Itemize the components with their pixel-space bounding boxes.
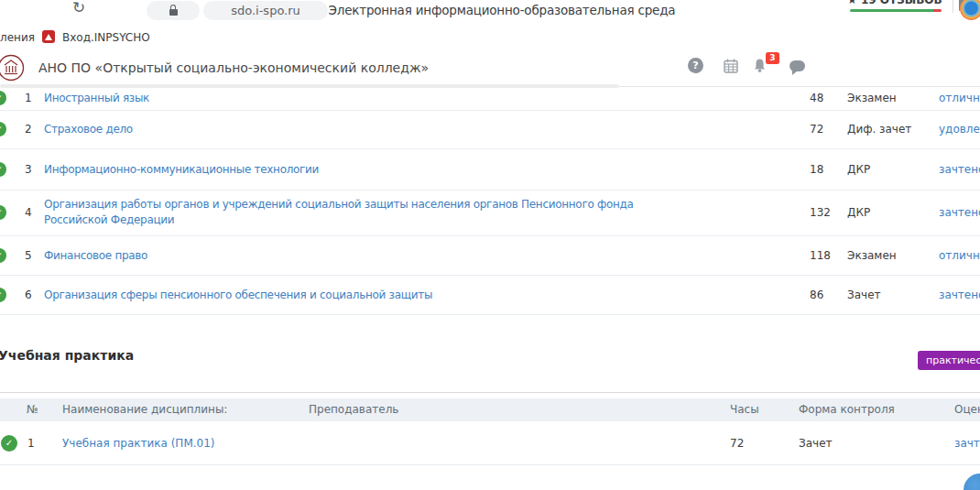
practice-table-header: № Наименование дисциплины: Преподаватель… xyxy=(0,398,980,421)
practice-table-border xyxy=(0,392,980,393)
status-check-icon xyxy=(0,248,6,263)
control-form: ДКР xyxy=(847,163,870,176)
row-number: 5 xyxy=(25,249,32,262)
toolbar-divider xyxy=(953,0,953,13)
status-check-icon xyxy=(0,122,6,136)
bookmark-item-truncated[interactable]: ления xyxy=(0,31,35,44)
course-link[interactable]: Финансовое право xyxy=(44,247,147,263)
profile-avatar[interactable] xyxy=(960,0,980,20)
triangle-logo-icon xyxy=(45,34,52,40)
grade-link[interactable]: удовлетв xyxy=(939,123,980,136)
browser-toolbar: ↻ sdo.i-spo.ru Электронная информационно… xyxy=(0,0,980,26)
college-name: АНО ПО «Открытый социально-экономический… xyxy=(38,60,429,75)
hours-value: 72 xyxy=(810,123,823,136)
hours-value: 118 xyxy=(810,249,831,262)
table-row: 1 Учебная практика (ПМ.01) 72 Зачет зачт… xyxy=(0,421,980,465)
row-number: 4 xyxy=(25,206,32,219)
row-number: 3 xyxy=(25,163,32,176)
status-check-icon xyxy=(0,288,6,302)
practice-link[interactable]: Учебная практика (ПМ.01) xyxy=(62,437,215,450)
chat-widget-button[interactable] xyxy=(964,474,980,490)
college-logo xyxy=(0,54,25,82)
grade-link[interactable]: отлично xyxy=(939,92,980,104)
refresh-icon[interactable]: ↻ xyxy=(72,0,85,16)
table-row: 4 Организация работы органов и учреждени… xyxy=(0,190,980,236)
table-row: 3 Информационно-коммуникационные техноло… xyxy=(0,148,980,191)
course-link[interactable]: Страховое дело xyxy=(44,122,133,137)
status-check-icon xyxy=(1,435,17,452)
row-number: 2 xyxy=(25,123,32,136)
grade-link[interactable]: зачтено xyxy=(939,289,980,301)
bookmark-favicon[interactable] xyxy=(42,30,55,43)
control-form: Диф. зачет xyxy=(847,123,911,136)
hours-value: 18 xyxy=(810,163,823,176)
hours-value: 48 xyxy=(810,92,823,104)
page-title: Электронная информационно-образовательна… xyxy=(218,3,786,17)
table-row: 6 Организация сферы пенсионного обеспече… xyxy=(0,275,980,315)
bookmark-item-inpsycho[interactable]: Вход.INPSYCHO xyxy=(62,31,150,44)
table-row: 2 Страховое дело 72 Диф. зачет удовлетв xyxy=(0,110,980,149)
lock-icon xyxy=(169,9,178,16)
reviews-rating-bar xyxy=(850,9,942,12)
row-number: 1 xyxy=(27,437,35,450)
row-number: 1 xyxy=(25,92,32,104)
notification-count-badge: 3 xyxy=(766,52,779,64)
practice-section-title: Учебная практика xyxy=(0,348,134,363)
control-form: Экзамен xyxy=(847,92,897,104)
table-row: 1 Иностранный язык 48 Экзамен отлично xyxy=(0,85,980,111)
grade-link[interactable]: отлично xyxy=(939,249,980,262)
course-link[interactable]: Организация сферы пенсионного обеспечени… xyxy=(44,287,432,302)
header-grade: Оцен xyxy=(954,398,980,421)
control-form: Экзамен xyxy=(847,249,897,262)
hours-value: 86 xyxy=(810,289,823,301)
help-icon[interactable]: ? xyxy=(688,58,703,73)
control-form: ДКР xyxy=(847,206,870,219)
reviews-button[interactable]: ★ 19 ОТЗЫВОВ xyxy=(847,0,942,6)
control-form: Зачет xyxy=(799,437,833,450)
header-teacher: Преподаватель xyxy=(309,398,398,421)
browser-window: ↻ sdo.i-spo.ru Электронная информационно… xyxy=(0,0,980,490)
header-control-form: Форма контроля xyxy=(799,398,895,421)
grade-link[interactable]: зачтено xyxy=(939,163,980,176)
course-link[interactable]: Иностранный язык xyxy=(44,90,149,105)
table-row: 5 Финансовое право 118 Экзамен отлично xyxy=(0,235,980,276)
header-num: № xyxy=(27,398,38,421)
status-check-icon xyxy=(0,91,6,105)
grade-link[interactable]: зачтено xyxy=(939,206,980,219)
status-check-icon xyxy=(0,162,6,177)
header-hours: Часы xyxy=(730,398,759,421)
hours-value: 132 xyxy=(810,206,831,219)
bookmarks-bar: ления Вход.INPSYCHO xyxy=(0,26,980,46)
header-discipline: Наименование дисциплины: xyxy=(62,398,227,421)
practice-type-badge: практическое xyxy=(918,351,980,370)
messages-icon[interactable] xyxy=(789,60,805,71)
site-security-button[interactable] xyxy=(147,1,200,20)
course-link[interactable]: Организация работы органов и учреждений … xyxy=(44,197,658,228)
hours-value: 72 xyxy=(730,437,744,450)
row-number: 6 xyxy=(25,289,32,301)
control-form: Зачет xyxy=(847,289,881,301)
grade-link[interactable]: зачте xyxy=(954,437,980,450)
course-link[interactable]: Информационно-коммуникационные технологи… xyxy=(44,161,319,177)
calendar-icon[interactable] xyxy=(724,59,738,73)
status-check-icon xyxy=(0,205,6,220)
site-header: АНО ПО «Открытый социально-экономический… xyxy=(0,46,980,84)
